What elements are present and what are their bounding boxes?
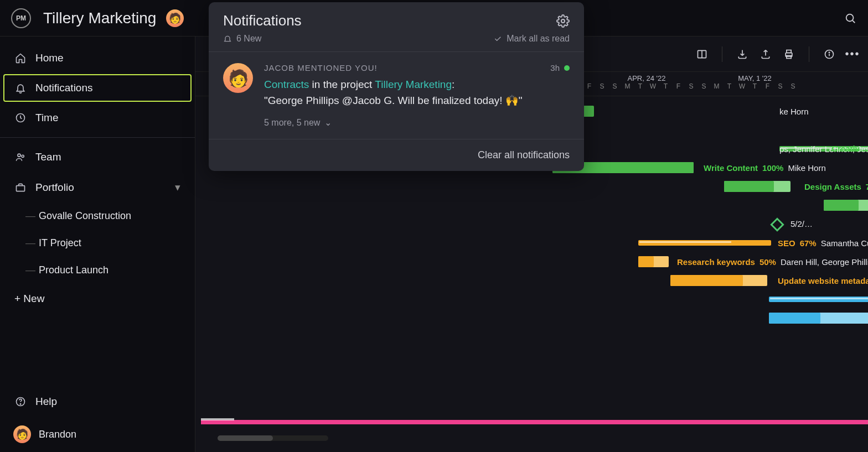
- nav-new[interactable]: + New: [0, 284, 195, 314]
- clock-icon: [14, 112, 27, 124]
- notification-item[interactable]: 🧑 JACOB MENTIONED YOU! 3h Contracts in t…: [209, 52, 584, 139]
- task-bar[interactable]: [638, 256, 669, 267]
- gantt-row: Update website metadata75%Brandon Gray, …: [195, 271, 868, 290]
- info-icon[interactable]: [823, 48, 836, 61]
- month-label: APR, 24 '22: [583, 72, 710, 82]
- help-icon: [14, 396, 27, 408]
- gantt-row: [195, 215, 868, 233]
- gantt-row: Define strategy50%Jess Wimb…: [195, 309, 868, 328]
- task-bar[interactable]: [724, 181, 790, 192]
- day-cell: S: [596, 82, 608, 90]
- svg-point-4: [22, 155, 24, 157]
- day-cell: S: [774, 82, 787, 90]
- day-cell: M: [621, 82, 634, 90]
- task-label: Write Content100%Mike Horn: [704, 163, 826, 173]
- print-icon[interactable]: [782, 48, 795, 61]
- summary-bar: [201, 420, 868, 424]
- nav-divider: [0, 137, 195, 138]
- svg-line-1: [852, 20, 855, 23]
- task-label: SEO67%Samantha Cummings: [778, 238, 868, 248]
- task-label: Update website metadata75%Brandon Gray, …: [778, 276, 868, 285]
- day-cell: M: [710, 82, 723, 90]
- day-cell: T: [634, 82, 647, 90]
- horizontal-scrollbar[interactable]: [218, 435, 328, 441]
- task-bar[interactable]: [824, 200, 868, 211]
- download-icon[interactable]: [736, 48, 749, 61]
- task-label: ke Horn: [779, 107, 809, 116]
- search-icon[interactable]: [844, 12, 857, 25]
- unread-dot-icon: [564, 65, 570, 71]
- milestone-label: 5/2/…: [790, 219, 813, 228]
- day-cell: W: [647, 82, 659, 90]
- nav-help[interactable]: Help: [0, 387, 195, 417]
- svg-point-3: [18, 154, 20, 157]
- clear-all-button[interactable]: Clear all notifications: [209, 139, 584, 171]
- nav-team[interactable]: Team: [0, 142, 195, 172]
- bell-small-icon: [223, 34, 232, 43]
- day-cell: T: [748, 82, 761, 90]
- notification-link-project[interactable]: Tillery Marketing: [375, 79, 452, 90]
- chevron-down-icon: ▾: [175, 181, 180, 194]
- app-logo[interactable]: PM: [11, 8, 31, 28]
- mark-all-read[interactable]: Mark all as read: [493, 34, 570, 44]
- notification-avatar: 🧑: [223, 63, 253, 93]
- day-cell: S: [685, 82, 698, 90]
- gantt-row: Research keywords50%Daren Hill, George P…: [195, 252, 868, 271]
- nav-label: Portfolio: [35, 181, 74, 194]
- toolbar-separator: [809, 46, 809, 62]
- sidebar-user[interactable]: 🧑 Brandon: [0, 417, 195, 452]
- sidebar: Home Notifications Time Team Portfolio ▾…: [0, 37, 195, 452]
- nav-label: Team: [35, 151, 61, 163]
- day-cell: W: [736, 82, 748, 90]
- team-icon: [14, 151, 27, 163]
- day-cell: T: [723, 82, 736, 90]
- scrollbar-thumb[interactable]: [218, 435, 273, 441]
- more-icon[interactable]: •••: [846, 48, 859, 61]
- notification-link-task[interactable]: Contracts: [264, 79, 309, 90]
- nav-portfolio[interactable]: Portfolio ▾: [0, 172, 195, 202]
- layout-icon[interactable]: [695, 48, 709, 61]
- upload-icon[interactable]: [759, 48, 772, 61]
- svg-point-7: [20, 404, 20, 404]
- user-avatar-icon: 🧑: [13, 425, 31, 443]
- summary-bar[interactable]: [769, 297, 868, 302]
- day-cell: F: [672, 82, 685, 90]
- svg-rect-5: [17, 185, 25, 191]
- bell-icon: [14, 82, 27, 94]
- task-bar[interactable]: [769, 313, 868, 324]
- workspace-title: Tillery Marketing: [43, 9, 156, 27]
- portfolio-child[interactable]: Product Launch: [0, 257, 195, 284]
- gantt-row: SEO67%Samantha Cummings: [195, 233, 868, 252]
- gantt-row: Build ads: [195, 328, 868, 346]
- header-avatar[interactable]: 🧑: [166, 9, 184, 27]
- nav-label: Help: [35, 396, 57, 408]
- nav-label: Home: [35, 52, 64, 64]
- nav-home[interactable]: Home: [0, 43, 195, 73]
- gantt-row: Adwords: [195, 290, 868, 309]
- nav-time[interactable]: Time: [0, 103, 195, 133]
- home-icon: [14, 52, 27, 64]
- svg-point-16: [561, 19, 565, 23]
- day-cell: S: [787, 82, 799, 90]
- svg-point-15: [829, 52, 829, 53]
- notification-expand[interactable]: 5 more, 5 new ⌄: [264, 117, 570, 128]
- notifications-panel: Notifications 6 New Mark all as read 🧑 J…: [209, 2, 584, 171]
- portfolio-child[interactable]: Govalle Construction: [0, 202, 195, 230]
- chevron-down-icon: ⌄: [324, 117, 332, 128]
- day-cell: T: [659, 82, 672, 90]
- gear-icon[interactable]: [556, 14, 570, 28]
- portfolio-child[interactable]: IT Project: [0, 230, 195, 257]
- nav-label: + New: [14, 293, 44, 305]
- day-cell: F: [761, 82, 774, 90]
- nav-notifications[interactable]: Notifications: [3, 74, 192, 102]
- toolbar-separator: [722, 46, 722, 62]
- summary-bar[interactable]: [638, 240, 771, 246]
- user-name: Brandon: [39, 429, 76, 440]
- nav-label: Time: [35, 112, 59, 124]
- task-bar[interactable]: [670, 275, 767, 286]
- day-cell: S: [698, 82, 710, 90]
- svg-point-0: [846, 14, 854, 21]
- task-label-edge: Creativ…: [831, 144, 868, 153]
- nav-label: Notifications: [35, 82, 93, 94]
- gantt-row: Build Landing Pages50%: [195, 196, 868, 215]
